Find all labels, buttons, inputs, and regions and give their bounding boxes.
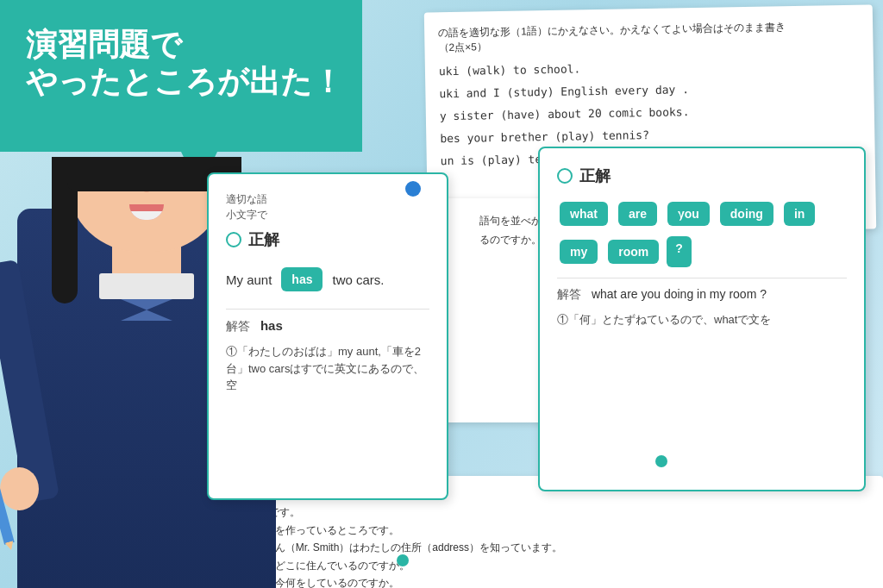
correct-circle-icon-right <box>557 168 573 184</box>
explanation-left: ①「わたしのおばは」my aunt,「車を2 台」two carsはすでに英文に… <box>226 343 429 394</box>
explanation-right-line1: ①「何」とたずねているので、whatで文を <box>557 311 847 328</box>
hair-bangs <box>67 157 227 191</box>
correct-badge-left: 正解 <box>226 229 429 250</box>
answer-card-right: 正解 what are you doing in my room ? 解答 wh… <box>538 147 866 491</box>
speech-bubble-line2: やったところが出た！ <box>26 63 343 100</box>
hand <box>0 467 39 510</box>
answer-value: has <box>260 318 283 333</box>
speech-bubble-text-container: 演習問題で やったところが出た！ <box>26 26 343 100</box>
teal-dot-1 <box>397 554 409 566</box>
chip-are: are <box>618 202 657 226</box>
sentence-suffix: two cars. <box>332 272 384 287</box>
card-left-top-text: 適切な語 小文字で <box>226 191 429 222</box>
speech-bubble-line1: 演習問題で <box>26 26 343 63</box>
highlighted-word: has <box>281 267 323 291</box>
answer-section-left: 解答 has <box>226 309 429 335</box>
chip-my: my <box>560 240 598 264</box>
word-chips-row1: what are you doing in <box>557 198 847 229</box>
sentence-prefix: My aunt <box>226 272 272 287</box>
teeth <box>129 211 164 220</box>
word-chips-row2: my room ? <box>557 236 847 267</box>
correct-badge-right: 正解 <box>557 166 847 186</box>
chip-room: room <box>608 240 659 264</box>
correct-circle-icon <box>226 232 241 247</box>
collar <box>99 273 194 299</box>
blue-dot-1 <box>405 181 421 197</box>
teal-dot-2 <box>655 455 667 467</box>
answer-label-right: 解答 <box>557 287 581 301</box>
chip-in: in <box>784 202 815 226</box>
doc1-header: の語を適切な形（1語）にかえなさい。かえなくてよい場合はそのまま書き （2点×5… <box>438 19 860 56</box>
pencil-tip <box>5 541 16 551</box>
chip-what: what <box>560 202 608 226</box>
chip-doing: doing <box>720 202 773 226</box>
chip-qmark: ? <box>667 236 692 267</box>
mouth <box>129 204 164 220</box>
sentence-display: My aunt has two cars. <box>226 264 429 295</box>
correct-label-right: 正解 <box>579 166 611 186</box>
teal-dot-3 <box>668 211 680 223</box>
correct-label-left: 正解 <box>248 229 279 250</box>
answer-text-right: what are you doing in my room ? <box>592 287 767 301</box>
explanation-right: ①「何」とたずねているので、whatで文を <box>557 311 847 328</box>
explanation-line2: 台」two carsはすでに英文にあるので、空 <box>226 360 429 394</box>
answer-label-left: 解答 <box>226 319 250 333</box>
answer-section-right: 解答 what are you doing in my room ? <box>557 278 847 303</box>
explanation-line1: ①「わたしのおばは」my aunt,「車を2 <box>226 343 429 360</box>
answer-card-left: 適切な語 小文字で 正解 My aunt has two cars. 解答 ha… <box>207 172 448 500</box>
